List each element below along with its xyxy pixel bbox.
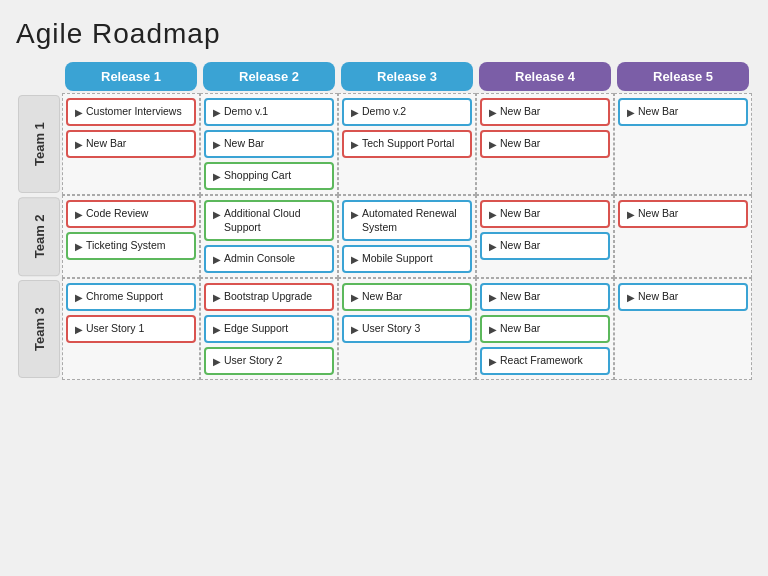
card-t3-c3-k1: ▶User Story 3 (342, 315, 472, 343)
card-arrow-icon: ▶ (213, 170, 221, 183)
card-text: New Bar (500, 239, 540, 253)
card-arrow-icon: ▶ (75, 323, 83, 336)
card-text: New Bar (638, 105, 678, 119)
card-text: New Bar (86, 137, 126, 151)
card-text: Tech Support Portal (362, 137, 454, 151)
release-header-2: Release 2 (203, 62, 335, 91)
card-arrow-icon: ▶ (213, 323, 221, 336)
team3-col2-cell: ▶Bootstrap Upgrade▶Edge Support▶User Sto… (200, 278, 338, 380)
team1-col4-cell: ▶New Bar▶New Bar (476, 93, 614, 195)
card-t2-c2-k0: ▶Additional Cloud Support (204, 200, 334, 241)
card-arrow-icon: ▶ (627, 291, 635, 304)
card-text: Code Review (86, 207, 148, 221)
team2-col3-cell: ▶Automated Renewal System▶Mobile Support (338, 195, 476, 278)
card-text: React Framework (500, 354, 583, 368)
team2-col5-cell: ▶New Bar (614, 195, 752, 278)
card-t3-c2-k2: ▶User Story 2 (204, 347, 334, 375)
card-arrow-icon: ▶ (489, 240, 497, 253)
card-t2-c3-k0: ▶Automated Renewal System (342, 200, 472, 241)
page-title: Agile Roadmap (16, 18, 752, 50)
card-t3-c4-k2: ▶React Framework (480, 347, 610, 375)
team1-col1-cell: ▶Customer Interviews▶New Bar (62, 93, 200, 195)
card-text: Customer Interviews (86, 105, 182, 119)
card-t2-c5-k0: ▶New Bar (618, 200, 748, 228)
card-arrow-icon: ▶ (489, 291, 497, 304)
card-arrow-icon: ▶ (627, 106, 635, 119)
team3-col3-cell: ▶New Bar▶User Story 3 (338, 278, 476, 380)
card-t1-c1-k0: ▶Customer Interviews (66, 98, 196, 126)
card-text: User Story 3 (362, 322, 420, 336)
team3-col4-cell: ▶New Bar▶New Bar▶React Framework (476, 278, 614, 380)
card-arrow-icon: ▶ (75, 138, 83, 151)
team2-col2-cell: ▶Additional Cloud Support▶Admin Console (200, 195, 338, 278)
corner-cell (16, 60, 62, 93)
card-text: New Bar (638, 290, 678, 304)
release-header-5: Release 5 (617, 62, 749, 91)
card-arrow-icon: ▶ (213, 208, 221, 221)
card-arrow-icon: ▶ (489, 355, 497, 368)
team-label-1: Team 1 (18, 95, 60, 193)
card-arrow-icon: ▶ (75, 240, 83, 253)
card-text: User Story 1 (86, 322, 144, 336)
team3-col1-cell: ▶Chrome Support▶User Story 1 (62, 278, 200, 380)
roadmap-grid: Release 1Release 2Release 3Release 4Rele… (16, 60, 752, 380)
card-t2-c4-k0: ▶New Bar (480, 200, 610, 228)
card-arrow-icon: ▶ (351, 106, 359, 119)
card-text: Mobile Support (362, 252, 433, 266)
team1-col3-cell: ▶Demo v.2▶Tech Support Portal (338, 93, 476, 195)
card-arrow-icon: ▶ (489, 106, 497, 119)
card-t2-c1-k1: ▶Ticketing System (66, 232, 196, 260)
team2-col1-cell: ▶Code Review▶Ticketing System (62, 195, 200, 278)
card-text: Chrome Support (86, 290, 163, 304)
team1-col2-cell: ▶Demo v.1▶New Bar▶Shopping Cart (200, 93, 338, 195)
card-arrow-icon: ▶ (489, 323, 497, 336)
card-arrow-icon: ▶ (75, 106, 83, 119)
card-t2-c3-k1: ▶Mobile Support (342, 245, 472, 273)
card-text: Shopping Cart (224, 169, 291, 183)
team2-col4-cell: ▶New Bar▶New Bar (476, 195, 614, 278)
card-text: New Bar (500, 207, 540, 221)
card-t3-c4-k0: ▶New Bar (480, 283, 610, 311)
card-arrow-icon: ▶ (213, 291, 221, 304)
card-t3-c2-k1: ▶Edge Support (204, 315, 334, 343)
card-t3-c1-k1: ▶User Story 1 (66, 315, 196, 343)
card-t3-c5-k0: ▶New Bar (618, 283, 748, 311)
team-label-2: Team 2 (18, 197, 60, 276)
card-text: New Bar (224, 137, 264, 151)
card-arrow-icon: ▶ (489, 208, 497, 221)
release-header-3: Release 3 (341, 62, 473, 91)
card-t1-c4-k1: ▶New Bar (480, 130, 610, 158)
card-text: New Bar (500, 137, 540, 151)
card-text: New Bar (500, 322, 540, 336)
card-arrow-icon: ▶ (351, 323, 359, 336)
card-arrow-icon: ▶ (489, 138, 497, 151)
release-header-1: Release 1 (65, 62, 197, 91)
card-arrow-icon: ▶ (213, 355, 221, 368)
card-text: Ticketing System (86, 239, 166, 253)
card-arrow-icon: ▶ (75, 208, 83, 221)
card-t3-c4-k1: ▶New Bar (480, 315, 610, 343)
card-text: New Bar (500, 290, 540, 304)
card-text: Admin Console (224, 252, 295, 266)
card-t1-c5-k0: ▶New Bar (618, 98, 748, 126)
team3-col5-cell: ▶New Bar (614, 278, 752, 380)
card-t1-c2-k0: ▶Demo v.1 (204, 98, 334, 126)
card-t1-c2-k2: ▶Shopping Cart (204, 162, 334, 190)
team1-col5-cell: ▶New Bar (614, 93, 752, 195)
card-arrow-icon: ▶ (213, 138, 221, 151)
card-text: Demo v.1 (224, 105, 268, 119)
card-text: Additional Cloud Support (224, 207, 325, 234)
card-text: User Story 2 (224, 354, 282, 368)
card-arrow-icon: ▶ (627, 208, 635, 221)
card-text: Edge Support (224, 322, 288, 336)
card-text: New Bar (362, 290, 402, 304)
card-text: Bootstrap Upgrade (224, 290, 312, 304)
card-t2-c1-k0: ▶Code Review (66, 200, 196, 228)
card-arrow-icon: ▶ (213, 106, 221, 119)
card-arrow-icon: ▶ (351, 291, 359, 304)
card-t2-c4-k1: ▶New Bar (480, 232, 610, 260)
card-text: New Bar (500, 105, 540, 119)
card-t2-c2-k1: ▶Admin Console (204, 245, 334, 273)
card-text: New Bar (638, 207, 678, 221)
card-t1-c4-k0: ▶New Bar (480, 98, 610, 126)
